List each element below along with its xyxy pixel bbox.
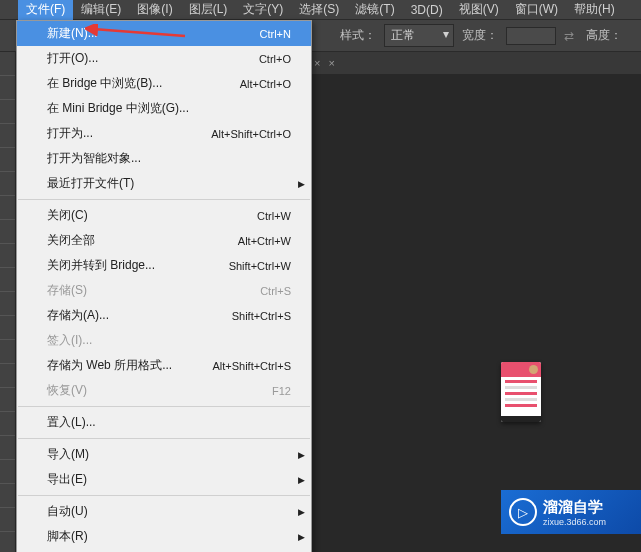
menu-item-label: 打开为... xyxy=(47,125,93,142)
menu-item-label: 存储(S) xyxy=(47,282,87,299)
menu-3d[interactable]: 3D(D) xyxy=(403,1,451,19)
menu-item-label: 恢复(V) xyxy=(47,382,87,399)
menu-shortcut: Ctrl+O xyxy=(259,53,291,65)
menu-item[interactable]: 置入(L)... xyxy=(17,410,311,435)
menu-item-label: 关闭全部 xyxy=(47,232,95,249)
menu-help[interactable]: 帮助(H) xyxy=(566,0,623,20)
menu-item-label: 在 Mini Bridge 中浏览(G)... xyxy=(47,100,189,117)
menu-item-label: 打开为智能对象... xyxy=(47,150,141,167)
menu-file[interactable]: 文件(F) xyxy=(18,0,73,20)
menu-item[interactable]: 存储为(A)...Shift+Ctrl+S xyxy=(17,303,311,328)
style-select[interactable]: 正常 xyxy=(384,24,454,47)
ruler-vertical xyxy=(0,52,16,552)
menu-item[interactable]: 最近打开文件(T)▶ xyxy=(17,171,311,196)
menu-item[interactable]: 关闭全部Alt+Ctrl+W xyxy=(17,228,311,253)
menu-item[interactable]: 导出(E)▶ xyxy=(17,467,311,492)
menu-separator xyxy=(18,406,310,407)
menu-item[interactable]: 关闭并转到 Bridge...Shift+Ctrl+W xyxy=(17,253,311,278)
menu-item-label: 脚本(R) xyxy=(47,528,88,545)
menu-shortcut: Ctrl+W xyxy=(257,210,291,222)
width-label: 宽度： xyxy=(462,27,498,44)
menu-shortcut: F12 xyxy=(272,385,291,397)
height-label: 高度： xyxy=(586,27,622,44)
menu-item-label: 导出(E) xyxy=(47,471,87,488)
menu-item-label: 导入(M) xyxy=(47,446,89,463)
watermark-url: zixue.3d66.com xyxy=(543,517,606,527)
menu-select[interactable]: 选择(S) xyxy=(291,0,347,20)
menu-item-label: 关闭并转到 Bridge... xyxy=(47,257,155,274)
menu-item[interactable]: 脚本(R)▶ xyxy=(17,524,311,549)
menu-type[interactable]: 文字(Y) xyxy=(235,0,291,20)
menu-item[interactable]: 新建(N)...Ctrl+N xyxy=(17,21,311,46)
menu-shortcut: Shift+Ctrl+S xyxy=(232,310,291,322)
menu-separator xyxy=(18,199,310,200)
file-dropdown: 新建(N)...Ctrl+N打开(O)...Ctrl+O在 Bridge 中浏览… xyxy=(16,20,312,552)
menu-view[interactable]: 视图(V) xyxy=(451,0,507,20)
watermark-title: 溜溜自学 xyxy=(543,498,606,517)
menu-separator xyxy=(18,495,310,496)
menu-shortcut: Alt+Shift+Ctrl+O xyxy=(211,128,291,140)
menu-item-label: 新建(N)... xyxy=(47,25,98,42)
submenu-arrow-icon: ▶ xyxy=(298,475,305,485)
menu-item[interactable]: 在 Bridge 中浏览(B)...Alt+Ctrl+O xyxy=(17,71,311,96)
menu-item[interactable]: 自动(U)▶ xyxy=(17,499,311,524)
swap-icon[interactable]: ⇄ xyxy=(564,29,578,43)
menu-item-label: 存储为 Web 所用格式... xyxy=(47,357,172,374)
menu-item[interactable]: 关闭(C)Ctrl+W xyxy=(17,203,311,228)
menu-shortcut: Alt+Ctrl+W xyxy=(238,235,291,247)
menu-item: 恢复(V)F12 xyxy=(17,378,311,403)
menu-item-label: 签入(I)... xyxy=(47,332,92,349)
menu-item-label: 关闭(C) xyxy=(47,207,88,224)
tab-close-icon[interactable]: × xyxy=(314,57,320,69)
menu-item[interactable]: 打开(O)...Ctrl+O xyxy=(17,46,311,71)
play-icon: ▷ xyxy=(509,498,537,526)
menu-item: 存储(S)Ctrl+S xyxy=(17,278,311,303)
document-thumbnail[interactable] xyxy=(501,362,541,422)
menu-item[interactable]: 打开为智能对象... xyxy=(17,146,311,171)
menu-item-label: 打开(O)... xyxy=(47,50,98,67)
submenu-arrow-icon: ▶ xyxy=(298,179,305,189)
style-label: 样式： xyxy=(340,27,376,44)
menu-item-label: 置入(L)... xyxy=(47,414,96,431)
menu-image[interactable]: 图像(I) xyxy=(129,0,180,20)
watermark: ▷ 溜溜自学 zixue.3d66.com xyxy=(501,490,641,534)
menu-window[interactable]: 窗口(W) xyxy=(507,0,566,20)
menu-shortcut: Alt+Shift+Ctrl+S xyxy=(212,360,291,372)
menu-item-label: 存储为(A)... xyxy=(47,307,109,324)
menu-item[interactable]: 在 Mini Bridge 中浏览(G)... xyxy=(17,96,311,121)
menu-filter[interactable]: 滤镜(T) xyxy=(347,0,402,20)
submenu-arrow-icon: ▶ xyxy=(298,532,305,542)
submenu-arrow-icon: ▶ xyxy=(298,507,305,517)
menu-shortcut: Ctrl+S xyxy=(260,285,291,297)
menu-item[interactable]: 导入(M)▶ xyxy=(17,442,311,467)
menu-layer[interactable]: 图层(L) xyxy=(181,0,236,20)
menu-shortcut: Shift+Ctrl+W xyxy=(229,260,291,272)
menu-item-label: 自动(U) xyxy=(47,503,88,520)
submenu-arrow-icon: ▶ xyxy=(298,450,305,460)
menu-shortcut: Alt+Ctrl+O xyxy=(240,78,291,90)
menu-item: 签入(I)... xyxy=(17,328,311,353)
menu-edit[interactable]: 编辑(E) xyxy=(73,0,129,20)
menu-item[interactable]: 存储为 Web 所用格式...Alt+Shift+Ctrl+S xyxy=(17,353,311,378)
tab-close-icon[interactable]: × xyxy=(328,57,334,69)
width-input[interactable] xyxy=(506,27,556,45)
menu-item[interactable]: 打开为...Alt+Shift+Ctrl+O xyxy=(17,121,311,146)
menubar: 文件(F) 编辑(E) 图像(I) 图层(L) 文字(Y) 选择(S) 滤镜(T… xyxy=(0,0,641,20)
menu-shortcut: Ctrl+N xyxy=(260,28,291,40)
menu-item-label: 最近打开文件(T) xyxy=(47,175,134,192)
menu-item-label: 在 Bridge 中浏览(B)... xyxy=(47,75,162,92)
menu-separator xyxy=(18,438,310,439)
